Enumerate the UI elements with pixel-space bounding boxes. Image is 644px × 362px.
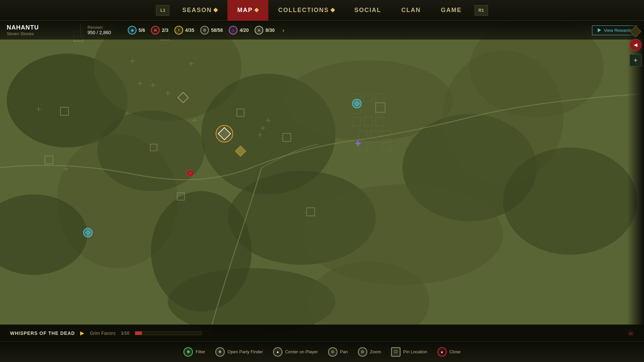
poi-icon: ! (174, 26, 183, 35)
nav-item-map[interactable]: MAP (227, 0, 268, 21)
map-container[interactable]: ✚ (0, 0, 644, 362)
map-diamond-button[interactable] (630, 26, 641, 37)
renown-value: 950 / 2,860 (88, 30, 121, 35)
region-name: NAHANTU (7, 24, 74, 31)
stat-waypoints: ◈ 5/6 (128, 26, 145, 35)
control-center: ● Center on Player (273, 347, 318, 357)
renown-info: Renown: 950 / 2,860 (88, 25, 121, 35)
red-structure-icon[interactable] (186, 169, 194, 177)
stat-cellars: ⌂ 4/20 (229, 26, 249, 35)
stat-strongholds: ⚙ 58/58 (200, 26, 223, 35)
dungeons-value: 2/3 (162, 27, 168, 33)
pan-label: Pan (340, 349, 348, 354)
collections-diamond-icon (330, 7, 335, 12)
waypoints-value: 5/6 (139, 27, 145, 33)
close-button[interactable]: ● (437, 347, 447, 357)
svg-marker-69 (86, 230, 90, 235)
player-marker (220, 129, 229, 138)
party-label: Open Party Finder (227, 349, 263, 354)
renown-label: Renown: (88, 25, 121, 30)
quest-progress-bar (135, 331, 202, 335)
dungeons-icon: ☠ (151, 26, 160, 35)
control-pan: ⊙ Pan (328, 347, 348, 357)
nav-item-collections[interactable]: COLLECTIONS (268, 0, 344, 21)
waypoints-icon: ◈ (128, 26, 137, 35)
quest-name: WHISPERS OF THE DEAD (10, 330, 75, 336)
map-red-nav-button[interactable]: ◄ (630, 39, 642, 51)
stat-side-quests: ⚔ 8/30 (255, 26, 274, 35)
stat-arrow[interactable]: › (281, 27, 286, 34)
party-button[interactable]: ⊕ (215, 347, 225, 357)
stat-items: ◈ 5/6 ☠ 2/3 ! 4/35 ⚙ 58/58 ⌂ 4/20 ⚔ 8/30… (128, 26, 585, 35)
pan-button[interactable]: ⊙ (328, 347, 337, 357)
strongholds-value: 58/58 (211, 27, 223, 33)
stat-dungeons: ☠ 2/3 (151, 26, 168, 35)
center-label: Center on Player (285, 349, 318, 354)
svg-marker-68 (355, 101, 359, 106)
bottom-quest-bar: WHISPERS OF THE DEAD ▶ Grim Favors 1/10 … (0, 324, 644, 341)
quest-progress-text: 1/10 (121, 330, 129, 336)
nav-item-game[interactable]: GAME (431, 0, 472, 21)
region-sub: Seven Stones (7, 31, 74, 36)
strongholds-icon: ⚙ (200, 26, 209, 35)
close-label: Close (449, 349, 461, 354)
center-button[interactable]: ● (273, 347, 282, 357)
nav-item-social[interactable]: SOCIAL (344, 0, 391, 21)
right-panel: ◄ + (627, 21, 644, 341)
pin-button[interactable]: ☐ (391, 347, 400, 357)
blue-portal-icon-2[interactable] (83, 228, 93, 237)
cellars-value: 4/20 (239, 27, 249, 33)
quest-arrow-icon: ▶ (80, 330, 84, 336)
zoom-label: Zoom (370, 349, 381, 354)
l1-button[interactable]: L1 (156, 5, 169, 16)
stat-poi: ! 4/35 (174, 26, 194, 35)
bottom-controls: ⊕ Filter ⊕ Open Party Finder ● Center on… (0, 341, 644, 362)
cross-icon[interactable]: ✚ (355, 139, 361, 148)
triangle-icon (598, 28, 601, 32)
quest-sub: Grim Favors (90, 330, 115, 336)
header-bar: NAHANTU Seven Stones Renown: 950 / 2,860… (0, 21, 644, 40)
cellars-icon: ⌂ (229, 26, 237, 35)
nav-item-clan[interactable]: CLAN (391, 0, 431, 21)
season-diamond-icon (213, 7, 218, 12)
map-diamond-icon (254, 7, 259, 12)
svg-point-11 (503, 147, 637, 255)
filter-button[interactable]: ⊕ (183, 347, 193, 357)
side-quests-value: 8/30 (265, 27, 274, 33)
control-party: ⊕ Open Party Finder (215, 347, 263, 357)
control-close: ● Close (437, 347, 461, 357)
control-filter: ⊕ Filter (183, 347, 205, 357)
poi-value: 4/35 (185, 27, 194, 33)
top-nav: L1 SEASON MAP COLLECTIONS SOCIAL CLAN GA… (0, 0, 644, 21)
filter-label: Filter (196, 349, 205, 354)
control-zoom: ⊙ Zoom (358, 347, 381, 357)
control-pin: ☐ Pin Location (391, 347, 427, 357)
header-divider (80, 23, 81, 37)
r1-button[interactable]: R1 (475, 5, 488, 16)
pin-label: Pin Location (403, 349, 427, 354)
nav-item-season[interactable]: SEASON (172, 0, 227, 21)
region-info: NAHANTU Seven Stones (7, 24, 74, 36)
blue-portal-icon[interactable] (352, 99, 362, 108)
side-quests-icon: ⚔ (255, 26, 263, 35)
map-plus-button[interactable]: + (630, 54, 642, 66)
quest-bar-fill (135, 331, 142, 335)
zoom-button[interactable]: ⊙ (358, 347, 367, 357)
